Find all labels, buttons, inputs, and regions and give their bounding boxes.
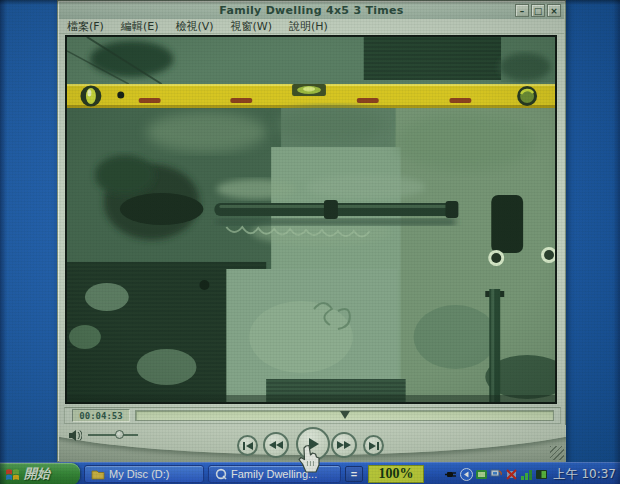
video-viewport[interactable] xyxy=(65,35,557,404)
monitor-tray-icon[interactable] xyxy=(490,468,503,481)
maximize-icon: □ xyxy=(534,6,543,16)
previous-icon xyxy=(242,441,254,451)
plug-icon[interactable] xyxy=(445,468,458,481)
zoom-level-value: 100% xyxy=(379,466,414,482)
previous-button[interactable] xyxy=(237,435,258,456)
next-icon xyxy=(368,441,380,451)
taskbar-task-mydisc[interactable]: My Disc (D:) xyxy=(84,465,204,483)
maximize-button[interactable]: □ xyxy=(531,4,545,17)
media-tray-icon[interactable] xyxy=(475,468,488,481)
menu-file[interactable]: 檔案(F) xyxy=(67,19,104,34)
elapsed-time-value: 00:04:53 xyxy=(79,411,122,421)
start-button[interactable]: 開始 xyxy=(0,463,80,484)
signal-bars-icon[interactable] xyxy=(520,468,533,481)
fast-forward-button[interactable] xyxy=(331,432,357,458)
minimize-icon: – xyxy=(520,6,525,16)
seek-strip: 00:04:53 xyxy=(64,407,561,424)
taskbar-clock[interactable]: 上午 10:37 xyxy=(554,466,616,483)
windows-logo-icon xyxy=(5,467,20,482)
minimize-button[interactable]: – xyxy=(515,4,529,17)
display-split-icon[interactable] xyxy=(535,468,548,481)
titlebar[interactable]: Family Dwelling 4x5 3 Times – □ × xyxy=(59,2,564,19)
rewind-icon xyxy=(268,440,284,450)
fast-forward-icon xyxy=(336,440,352,450)
horizontal-bars-icon: = xyxy=(351,468,357,480)
error-x-icon[interactable] xyxy=(505,468,518,481)
menu-bar: 檔案(F) 編輯(E) 檢視(V) 視窗(W) 說明(H) xyxy=(59,19,564,34)
arrow-circle-icon[interactable] xyxy=(460,468,473,481)
seek-bar[interactable] xyxy=(135,410,554,421)
mouse-cursor-hand xyxy=(296,444,322,476)
player-window: Family Dwelling 4x5 3 Times – □ × 檔案(F) … xyxy=(57,0,566,462)
window-title: Family Dwelling 4x5 3 Times xyxy=(219,4,403,17)
start-label: 開始 xyxy=(24,465,50,483)
menu-edit[interactable]: 編輯(E) xyxy=(121,19,159,34)
system-tray: 上午 10:37 xyxy=(445,463,620,484)
elapsed-time: 00:04:53 xyxy=(72,409,130,422)
menu-window[interactable]: 視窗(W) xyxy=(231,19,272,34)
rewind-button[interactable] xyxy=(263,432,289,458)
seek-thumb[interactable] xyxy=(340,411,350,419)
video-frame-image xyxy=(67,37,555,402)
zoom-indicator[interactable]: 100% xyxy=(368,465,424,483)
folder-icon xyxy=(91,469,105,480)
taskbar-small-button[interactable]: = xyxy=(345,466,363,482)
task-label: My Disc (D:) xyxy=(109,468,170,480)
next-button[interactable] xyxy=(363,435,384,456)
hand-cursor-icon xyxy=(296,444,322,476)
close-icon: × xyxy=(550,6,558,16)
close-button[interactable]: × xyxy=(547,4,561,17)
menu-help[interactable]: 說明(H) xyxy=(289,19,328,34)
menu-view[interactable]: 檢視(V) xyxy=(175,19,213,34)
quicktime-icon xyxy=(215,468,227,480)
window-controls: – □ × xyxy=(515,4,561,17)
